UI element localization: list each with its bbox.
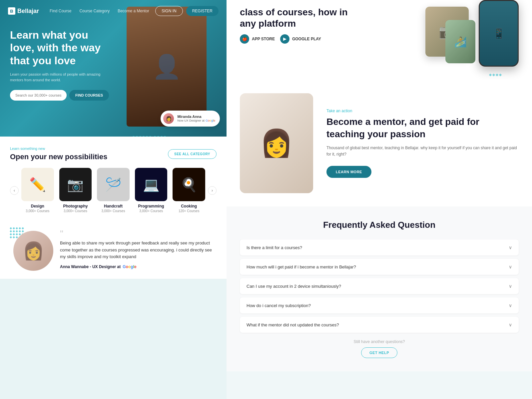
faq-item-4[interactable]: What if the mentor did not updated the c… [240, 317, 519, 333]
logo-icon: B [8, 7, 15, 15]
apple-icon: 🍎 [240, 34, 249, 44]
categories-title-group: Learn something new Open your new possib… [10, 147, 107, 161]
testimonial-google-brand: Google [123, 264, 136, 269]
mentor-text-content: Take an action Become a mentor, and get … [326, 109, 519, 178]
get-help-button[interactable]: GET HELP [361, 347, 397, 358]
category-card-programming[interactable]: 💻 Programming 3,000+ Courses [135, 168, 168, 213]
faq-still-questions: Still have another questions? [240, 339, 519, 344]
faq-section: Frequently Asked Question Is there a lim… [227, 206, 532, 371]
testimonial-content: " Being able to share my work through pe… [60, 229, 217, 269]
see-all-category-button[interactable]: SEE ALL CateGoRY [168, 149, 217, 159]
right-panel: class of courses, how in any platform 🍎 … [227, 0, 532, 399]
hero-section: B Bellajar Find Course Course Category B… [0, 0, 227, 137]
categories-header: Learn something new Open your new possib… [10, 147, 217, 161]
category-image-photography: 📷 [59, 168, 92, 201]
category-count-cooking: 120+ Courses [179, 209, 200, 213]
category-count-programming: 3,000+ Courses [139, 209, 163, 213]
nav-become-mentor[interactable]: Become a Mentor [118, 9, 149, 13]
category-image-cooking: 🍳 [173, 168, 205, 201]
category-image-handcraft: 🪡 [97, 168, 130, 201]
nav-course-category[interactable]: Course Category [79, 9, 110, 13]
carousel-next-button[interactable]: › [208, 186, 217, 195]
search-input[interactable] [10, 90, 67, 101]
faq-title: Frequently Asked Question [240, 220, 519, 230]
category-carousel: ‹ ✏️ Design 3,000+ Courses 📷 Photograph [10, 168, 217, 213]
mentor-tag: Take an action [326, 109, 519, 113]
phone-screen: 📱 [480, 1, 518, 66]
faq-item-1[interactable]: How much will i get paid if i become a m… [240, 259, 519, 275]
testimonial-inner: 👩 " Being able to share my work through … [10, 227, 217, 271]
profile-info: Miranda Anna Now UX Designer at Google [177, 114, 215, 123]
faq-chevron-0: ∨ [509, 245, 512, 250]
hero-nav: B Bellajar Find Course Course Category B… [0, 0, 227, 22]
google-brand: Google [206, 119, 215, 123]
faq-question-2: Can I use my account in 2 device simulta… [247, 284, 341, 289]
category-image-design: ✏️ [21, 168, 54, 201]
faq-footer: Still have another questions? GET HELP [240, 339, 519, 358]
mentor-title: Become a mentor, and get paid for teachi… [326, 116, 519, 140]
category-name-cooking: Cooking [181, 204, 197, 208]
testimonial-section: 👩 " Being able to share my work through … [0, 219, 227, 279]
profile-name: Miranda Anna [177, 114, 215, 119]
faq-question-0: Is there a limit for a courses? [247, 245, 302, 250]
testimonial-avatar: 👩 [13, 231, 53, 271]
learn-more-button[interactable]: LEARN MORE [326, 166, 371, 178]
play-icon: ▶ [280, 34, 289, 44]
categories-tag: Learn something new [10, 147, 107, 151]
testimonial-author-name: Anna Wannabe - UX Designer at [60, 264, 121, 269]
google-play-badge[interactable]: ▶ GOOGLE PLAY [280, 34, 321, 44]
platform-badges: 🍎 APP STORE ▶ GOOGLE PLAY [240, 34, 360, 44]
carousel-prev-button[interactable]: ‹ [10, 186, 19, 195]
category-name-programming: Programming [138, 204, 164, 208]
quote-open-icon: " [60, 229, 217, 238]
faq-question-4: What if the mentor did not updated the c… [247, 322, 339, 327]
platform-text: class of courses, how in any platform 🍎 … [240, 7, 360, 44]
category-card-cooking[interactable]: 🍳 Cooking 120+ Courses [173, 168, 205, 213]
faq-chevron-4: ∨ [509, 322, 512, 327]
phone-frame: 📱 [479, 0, 519, 67]
left-panel: B Bellajar Find Course Course Category B… [0, 0, 227, 399]
category-cards: ✏️ Design 3,000+ Courses 📷 Photography 3… [19, 168, 208, 213]
hero-subtitle: Learn your passion with millions of peop… [10, 72, 103, 83]
category-count-handcraft: 3,000+ Courses [102, 209, 125, 213]
category-card-photography[interactable]: 📷 Photography 3,000+ Courses [59, 168, 92, 213]
faq-question-3: How do i cancel my subscription? [247, 303, 311, 308]
profile-avatar: 👩 [163, 113, 174, 124]
category-count-design: 3,000+ Courses [26, 209, 49, 213]
hero-dots-decoration [132, 134, 167, 137]
category-name-handcraft: Handcraft [104, 204, 123, 208]
testimonial-quote: Being able to share my work through peer… [60, 240, 217, 260]
testimonial-avatar-wrap: 👩 [10, 227, 53, 271]
nav-buttons: SIGN IN REGISTER [155, 6, 219, 16]
logo-name: Bellajar [17, 8, 39, 15]
profile-role: Now UX Designer at Google [177, 119, 215, 123]
logo[interactable]: B Bellajar [8, 7, 39, 15]
hero-content: Learn what you love, with the way that y… [0, 22, 113, 107]
outdoor-person-card: 🏄 [445, 20, 475, 63]
faq-item-0[interactable]: Is there a limit for a courses? ∨ [240, 239, 519, 255]
hero-search: FIND COURSES [10, 90, 103, 101]
platform-title: class of courses, how in any platform [240, 7, 360, 29]
faq-item-2[interactable]: Can I use my account in 2 device simulta… [240, 278, 519, 294]
mentor-section: 👩 Take an action Become a mentor, and ge… [227, 80, 532, 206]
mentor-description: Thousand of global best mentor, teaching… [326, 145, 519, 158]
faq-item-3[interactable]: How do i cancel my subscription? ∨ [240, 297, 519, 313]
faq-chevron-2: ∨ [509, 283, 512, 289]
category-card-design[interactable]: ✏️ Design 3,000+ Courses [21, 168, 54, 213]
nav-find-course[interactable]: Find Course [50, 9, 71, 13]
category-card-handcraft[interactable]: 🪡 Handcraft 3,000+ Courses [97, 168, 130, 213]
hero-person-image: 👤 [127, 7, 207, 127]
register-button[interactable]: REGISTER [186, 6, 219, 16]
teal-dots-right-deco [489, 73, 515, 77]
faq-question-1: How much will i get paid if i become a m… [247, 264, 356, 269]
app-store-label: APP STORE [252, 37, 275, 41]
faq-chevron-1: ∨ [509, 264, 512, 269]
hero-title: Learn what you love, with the way that y… [10, 29, 103, 67]
category-image-programming: 💻 [135, 168, 168, 201]
app-store-badge[interactable]: 🍎 APP STORE [240, 34, 275, 44]
find-courses-button[interactable]: FIND COURSES [69, 90, 109, 101]
profile-role-text: Now UX Designer at [177, 119, 205, 123]
platform-section: class of courses, how in any platform 🍎 … [227, 0, 532, 80]
category-count-photography: 3,000+ Courses [64, 209, 87, 213]
sign-in-button[interactable]: SIGN IN [155, 6, 183, 16]
